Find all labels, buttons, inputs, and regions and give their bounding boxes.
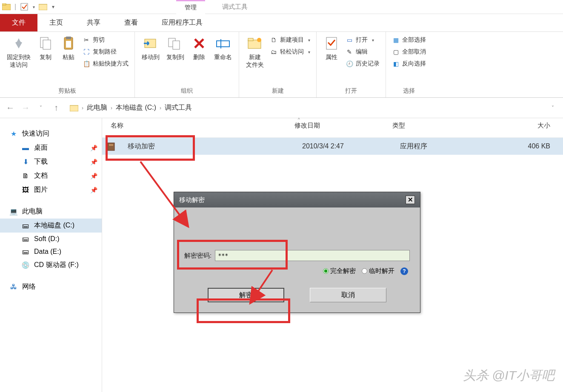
svg-rect-20 [109,144,113,146]
sidebar-quick-access[interactable]: ★ 快速访问 [0,127,102,141]
password-input[interactable] [215,250,410,261]
easy-access-button[interactable]: 🗂轻松访问▾ [268,47,312,57]
svg-point-16 [257,38,261,42]
chevron-right-icon[interactable]: › [111,105,112,111]
history-button[interactable]: 🕘历史记录 [344,59,381,68]
dialog-title-bar[interactable]: 移动解密 ✕ [174,192,420,207]
open-button[interactable]: ▭打开▾ [344,35,381,45]
crumb-this-pc[interactable]: 此电脑 [87,103,107,112]
sidebar-this-pc[interactable]: 💻此电脑 [0,205,102,219]
qat-customize-icon[interactable]: ▾ [49,0,57,13]
close-button[interactable]: ✕ [406,196,415,204]
folder-icon [70,104,78,112]
chevron-right-icon[interactable]: › [160,105,161,111]
star-icon: ★ [9,130,18,138]
folder-icon [0,0,13,13]
sidebar-pictures[interactable]: 🖼图片📌 [0,183,102,197]
svg-rect-19 [108,143,114,151]
crumb-local-disk[interactable]: 本地磁盘 (C:) [116,103,156,112]
file-row[interactable]: 移动加密 2010/3/4 2:47 应用程序 406 KB [102,138,563,155]
sidebar: ★ 快速访问 ▬桌面📌 ⬇下载📌 🗎文档📌 🖼图片📌 💻此电脑 🖴本地磁盘 (C… [0,118,102,392]
tab-share[interactable]: 共享 [75,14,112,31]
tab-app-tools[interactable]: 应用程序工具 [150,14,214,31]
svg-rect-5 [43,40,51,49]
svg-rect-15 [248,38,253,41]
paste-shortcut-button[interactable]: 📋粘贴快捷方式 [81,59,130,68]
tab-view[interactable]: 查看 [112,14,150,31]
cd-icon: 💿 [21,261,30,269]
svg-rect-3 [39,4,47,10]
file-size: 406 KB [480,142,563,150]
copy-path-button[interactable]: ⛶复制路径 [81,47,130,57]
file-type: 应用程序 [395,142,480,151]
sidebar-desktop[interactable]: ▬桌面📌 [0,141,102,155]
exe-icon [106,142,116,151]
easy-access-icon: 🗂 [270,48,277,56]
decrypt-dialog: 移动解密 ✕ 解密密码: 完全解密 临时解开 ? 解密 取消 [174,192,420,313]
back-button[interactable]: ← [4,102,16,114]
select-none-button[interactable]: ▢全部取消 [390,47,428,57]
group-label-select: 选择 [390,85,428,97]
disk-icon: 🖴 [21,222,30,230]
decrypt-button[interactable]: 解密 [208,288,284,302]
group-label-open: 打开 [321,85,381,97]
breadcrumb[interactable]: › 此电脑 › 本地磁盘 (C:) › 调式工具 [66,101,543,115]
group-label-organize: 组织 [139,85,234,97]
radio-full-decrypt[interactable]: 完全解密 [323,267,356,275]
invert-selection-button[interactable]: ◧反向选择 [390,59,428,68]
sidebar-cd-drive[interactable]: 💿CD 驱动器 (F:) [0,258,102,272]
move-to-icon [143,35,159,51]
edit-icon: ✎ [346,48,353,56]
edit-button[interactable]: ✎编辑 [344,47,381,57]
radio-temp-open[interactable]: 临时解开 [362,267,394,275]
rename-button[interactable]: 重命名 [211,34,234,62]
contextual-tab-manage[interactable]: 管理 [176,0,205,14]
sidebar-downloads[interactable]: ⬇下载📌 [0,155,102,169]
pin-to-quick-access-button[interactable]: 固定到快 速访问 [4,34,33,70]
svg-rect-12 [217,41,229,47]
sidebar-local-disk-c[interactable]: 🖴本地磁盘 (C:) [0,219,102,233]
column-name[interactable]: 名称 [102,122,289,130]
column-type[interactable]: 类型 [387,122,472,130]
forward-button[interactable]: → [20,102,31,114]
tab-home[interactable]: 主页 [37,14,75,31]
column-size[interactable]: 大小 [472,122,563,130]
qat-dropdown-icon[interactable]: ▾ [31,0,37,13]
copy-to-icon [167,35,183,51]
recent-dropdown[interactable]: ˅ [35,102,47,114]
up-button[interactable]: ↑ [50,102,62,114]
disk-icon: 🖴 [21,235,30,243]
delete-button[interactable]: 删除 [189,34,210,62]
cut-button[interactable]: ✂剪切 [81,35,130,45]
tab-file[interactable]: 文件 [0,14,37,31]
sidebar-network[interactable]: 🖧网络 [0,280,102,294]
help-icon[interactable]: ? [400,267,408,275]
select-all-button[interactable]: ▦全部选择 [390,35,428,45]
sidebar-documents[interactable]: 🗎文档📌 [0,169,102,183]
watermark: 头杀 @IT小哥吧 [463,367,554,384]
sidebar-data-e[interactable]: 🖴Data (E:) [0,245,102,258]
column-date[interactable]: 修改日期 [289,122,387,130]
new-folder-button[interactable]: 新建 文件夹 [243,34,266,70]
move-to-button[interactable]: 移动到 [139,34,162,62]
cancel-button[interactable]: 取消 [310,288,386,302]
new-folder-icon [247,35,263,51]
picture-icon: 🖼 [21,186,30,194]
address-dropdown[interactable]: ˅ [547,102,559,114]
list-header: 名称 修改日期 类型 大小 [102,118,563,138]
chevron-right-icon[interactable]: › [82,105,83,111]
properties-button[interactable]: 属性 [321,34,342,62]
sort-indicator-icon: ^ [298,117,300,122]
paste-button[interactable]: 粘贴 [58,34,79,62]
properties-qat-icon[interactable] [18,0,31,13]
desktop-icon: ▬ [21,144,30,152]
ribbon-group-clipboard: 固定到快 速访问 复制 粘贴 ✂剪切 ⛶复制路径 📋粘贴快捷方式 剪贴板 [0,32,135,97]
pin-icon: 📌 [90,187,97,193]
nav-bar: ← → ˅ ↑ › 此电脑 › 本地磁盘 (C:) › 调式工具 ˅ [0,98,563,118]
sidebar-soft-d[interactable]: 🖴Soft (D:) [0,233,102,245]
folder-qat-icon[interactable] [37,0,49,13]
new-item-button[interactable]: 🗋新建项目▾ [268,35,312,45]
copy-button[interactable]: 复制 [35,34,56,62]
copy-to-button[interactable]: 复制到 [164,34,187,62]
crumb-current-folder[interactable]: 调式工具 [165,103,192,112]
